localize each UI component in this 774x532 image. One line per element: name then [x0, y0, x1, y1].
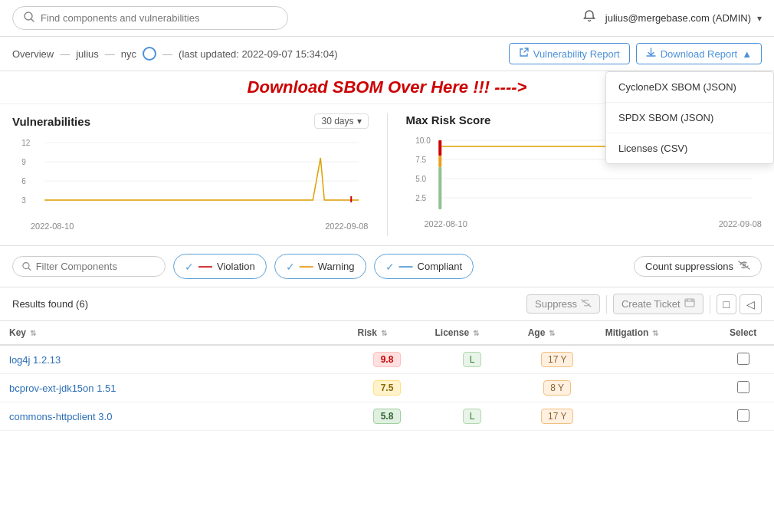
svg-text:3: 3: [21, 196, 26, 205]
results-bar: Results found (6) Suppress Create Ticket: [0, 287, 774, 321]
table-row: log4j 1.2.13 9.8 L 17 Y: [0, 345, 774, 374]
vulnerability-report-button[interactable]: Vulnerability Report: [509, 43, 630, 64]
key-link-3[interactable]: commons-httpclient 3.0: [9, 411, 112, 422]
th-risk[interactable]: Risk ⇅: [349, 321, 426, 345]
max-risk-chart-title: Max Risk Score: [406, 113, 491, 126]
row-checkbox-3[interactable]: [737, 409, 749, 422]
table-header: Key ⇅ Risk ⇅ License ⇅: [0, 321, 774, 345]
top-bar: julius@mergebase.com (ADMIN) ▾: [0, 0, 774, 37]
breadcrumb-sep3: —: [162, 48, 172, 60]
breadcrumb-nyc[interactable]: nyc: [121, 48, 136, 60]
row-risk-2: 7.5: [349, 374, 426, 402]
svg-text:7.5: 7.5: [415, 156, 426, 164]
th-age[interactable]: Age ⇅: [519, 321, 596, 345]
action-divider-2: [710, 295, 710, 314]
count-suppressions-button[interactable]: Count suppressions: [634, 256, 762, 277]
row-age-3: 17 Y: [519, 402, 596, 431]
sbom-licenses-item[interactable]: Licenses (CSV): [606, 133, 773, 163]
svg-point-28: [691, 300, 693, 301]
svg-rect-21: [438, 167, 441, 209]
row-mitigation-3: [596, 402, 713, 431]
row-select-2: [712, 374, 774, 402]
vulnerabilities-chart-area: 12 9 6 3 2022-08-10 2022-09-08: [12, 135, 369, 227]
age-sort-icon: ⇅: [549, 329, 555, 337]
filter-search-icon: [22, 261, 31, 271]
table-body: log4j 1.2.13 9.8 L 17 Y bcprov-ext-j: [0, 345, 774, 431]
breadcrumb-julius[interactable]: julius: [76, 48, 99, 60]
suppress-button[interactable]: Suppress: [526, 294, 600, 314]
svg-rect-20: [438, 156, 441, 167]
action-divider: [606, 295, 607, 314]
risk-badge-3: 5.8: [373, 409, 401, 424]
row-key-3: commons-httpclient 3.0: [0, 402, 349, 431]
row-checkbox-1[interactable]: [737, 353, 749, 365]
violation-filter-button[interactable]: ✓ — Violation: [173, 254, 267, 279]
th-key[interactable]: Key ⇅: [0, 321, 349, 345]
breadcrumb-actions: Vulnerability Report Download Report ▲: [509, 43, 762, 64]
create-ticket-label: Create Ticket: [621, 298, 681, 310]
row-license-3: L: [426, 402, 519, 431]
search-box[interactable]: [12, 6, 288, 30]
key-link-2[interactable]: bcprov-ext-jdk15on 1.51: [9, 383, 116, 394]
compliant-filter-button[interactable]: ✓ — Compliant: [374, 254, 474, 279]
sbom-dropdown: CycloneDX SBOM (JSON) SPDX SBOM (JSON) L…: [605, 71, 774, 164]
violation-check-icon: ✓: [185, 261, 194, 273]
row-select-1: [712, 345, 774, 374]
svg-line-23: [28, 268, 31, 271]
loading-indicator: [143, 47, 156, 61]
vulnerabilities-chart-svg: 12 9 6 3: [12, 135, 369, 219]
risk-sort-icon: ⇅: [381, 329, 387, 337]
sbom-cyclonedx-item[interactable]: CycloneDX SBOM (JSON): [606, 72, 773, 103]
warning-dash-icon: —: [300, 258, 313, 274]
violation-dash-icon: —: [198, 258, 212, 274]
download-icon: [646, 48, 656, 60]
th-mitigation[interactable]: Mitigation ⇅: [596, 321, 713, 345]
results-actions: Suppress Create Ticket □: [526, 294, 762, 314]
warning-filter-button[interactable]: ✓ — Warning: [274, 254, 366, 279]
search-icon: [24, 11, 34, 25]
user-section[interactable]: julius@mergebase.com (ADMIN) ▾: [582, 9, 762, 27]
breadcrumb-sep1: —: [60, 48, 70, 60]
bell-icon[interactable]: [582, 9, 596, 27]
ticket-icon: [684, 297, 695, 310]
collapse-icon-button[interactable]: ◁: [740, 294, 762, 314]
expand-icon-button[interactable]: □: [717, 294, 736, 314]
results-count: Results found (6): [12, 298, 88, 310]
row-checkbox-2[interactable]: [737, 381, 749, 393]
age-badge-2: 8 Y: [543, 380, 571, 396]
vulnerabilities-x-labels: 2022-08-10 2022-09-08: [31, 222, 369, 231]
row-risk-1: 9.8: [349, 345, 426, 374]
vulnerabilities-chart-title: Vulnerabilities: [12, 115, 90, 128]
risk-badge-2: 7.5: [373, 380, 401, 396]
suppress-icon: [581, 298, 592, 310]
components-table-wrapper: Key ⇅ Risk ⇅ License ⇅: [0, 321, 774, 532]
user-chevron-icon[interactable]: ▾: [757, 13, 762, 24]
breadcrumb-overview[interactable]: Overview: [12, 48, 54, 60]
row-key-2: bcprov-ext-jdk15on 1.51: [0, 374, 349, 402]
table-row: bcprov-ext-jdk15on 1.51 7.5 8 Y: [0, 374, 774, 402]
user-email: julius@mergebase.com (ADMIN): [605, 12, 751, 24]
search-input[interactable]: [41, 12, 277, 24]
svg-text:6: 6: [21, 177, 26, 186]
row-risk-3: 5.8: [349, 402, 426, 431]
vulnerabilities-chart: Vulnerabilities 30 days ▾ 12 9 6 3: [12, 113, 369, 236]
external-link-icon: [519, 48, 529, 60]
breadcrumb-sep2: —: [105, 48, 115, 60]
breadcrumb-bar: Overview — julius — nyc — (last updated:…: [0, 37, 774, 71]
key-link-1[interactable]: log4j 1.2.13: [9, 354, 61, 366]
eye-slash-icon: [738, 261, 750, 272]
row-mitigation-2: [596, 374, 713, 402]
row-select-3: [712, 402, 774, 431]
days-selector[interactable]: 30 days ▾: [314, 113, 368, 129]
create-ticket-button[interactable]: Create Ticket: [613, 294, 703, 314]
filter-search-box[interactable]: [12, 256, 166, 277]
row-mitigation-1: [596, 345, 713, 374]
th-license[interactable]: License ⇅: [426, 321, 519, 345]
svg-text:10.0: 10.0: [415, 136, 431, 145]
row-age-1: 17 Y: [519, 345, 596, 374]
violation-label: Violation: [217, 261, 255, 272]
compliant-check-icon: ✓: [385, 261, 395, 273]
download-report-button[interactable]: Download Report ▲: [636, 43, 762, 64]
sbom-spdx-item[interactable]: SPDX SBOM (JSON): [606, 103, 773, 133]
filter-components-input[interactable]: [36, 261, 156, 272]
